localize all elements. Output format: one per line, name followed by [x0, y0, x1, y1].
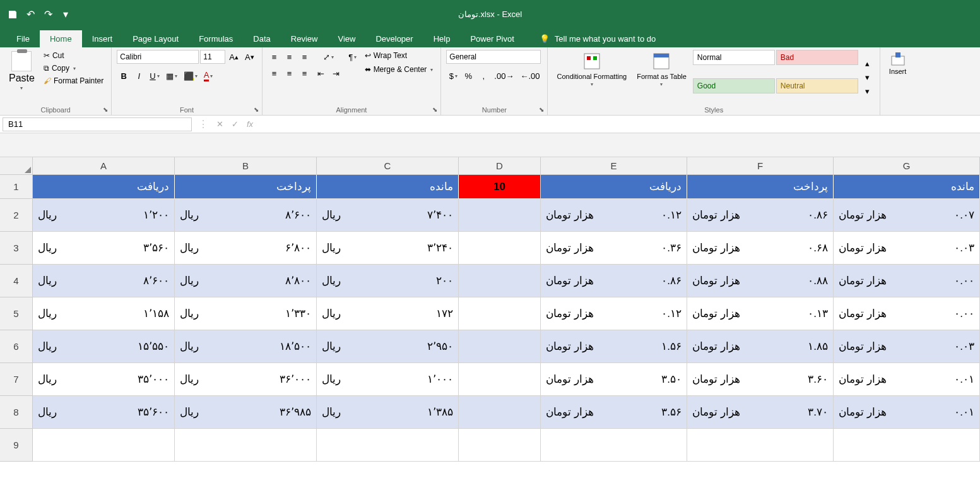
align-left-icon[interactable]: ≡: [268, 66, 281, 80]
row-header-7[interactable]: 7: [0, 363, 33, 396]
cell-D4[interactable]: [459, 265, 541, 297]
cell-E2[interactable]: ۰.۱۲هزار تومان: [541, 199, 687, 232]
tab-home[interactable]: Home: [40, 30, 82, 47]
cell-A5[interactable]: ۱٬۱۵۸ریال: [33, 297, 175, 330]
cell-C1[interactable]: مانده: [317, 175, 459, 199]
align-bottom-icon[interactable]: ≡: [298, 50, 312, 64]
styles-more-icon[interactable]: ▾: [861, 85, 875, 99]
align-middle-icon[interactable]: ≡: [283, 50, 297, 64]
cell-A1[interactable]: دریافت: [33, 175, 175, 199]
cell-A6[interactable]: ۱۵٬۵۵۰ریال: [33, 330, 175, 363]
qat-customize-icon[interactable]: ▾: [58, 7, 73, 22]
format-as-table-button[interactable]: Format as Table▾: [633, 50, 690, 105]
cell-E7[interactable]: ۳.۵۰هزار تومان: [541, 363, 687, 396]
cut-button[interactable]: ✂Cut: [41, 50, 106, 61]
tell-me-search[interactable]: 💡 Tell me what you want to do: [532, 30, 663, 47]
cell-E1[interactable]: دریافت: [541, 175, 687, 199]
copy-button[interactable]: ⧉Copy▾: [41, 63, 106, 74]
row-header-6[interactable]: 6: [0, 330, 33, 363]
increase-decimal-icon[interactable]: .00→: [492, 69, 516, 83]
column-header-F[interactable]: F: [687, 157, 834, 175]
styles-scroll-up-icon[interactable]: ▴: [861, 57, 875, 71]
number-format-select[interactable]: [446, 50, 541, 64]
cell-style-good[interactable]: Good: [693, 78, 775, 93]
cell-C7[interactable]: ۱٬۰۰۰ریال: [317, 363, 459, 396]
borders-button[interactable]: ▦: [163, 69, 180, 83]
conditional-formatting-button[interactable]: Conditional Formatting▾: [553, 50, 630, 105]
row-header-2[interactable]: 2: [0, 199, 33, 232]
cell-style-bad[interactable]: Bad: [776, 50, 858, 65]
column-header-A[interactable]: A: [33, 157, 175, 175]
save-icon[interactable]: [5, 7, 20, 22]
cell-C2[interactable]: ۷٬۴۰۰ریال: [317, 199, 459, 232]
cell-B9[interactable]: [175, 429, 317, 462]
clipboard-dialog-launcher[interactable]: ⬊: [101, 105, 110, 114]
cell-B4[interactable]: ۸٬۸۰۰ریال: [175, 265, 317, 297]
cell-E6[interactable]: ۱.۵۶هزار تومان: [541, 330, 687, 363]
cell-E8[interactable]: ۳.۵۶هزار تومان: [541, 396, 687, 429]
cell-F3[interactable]: ۰.۶۸هزار تومان: [687, 232, 834, 265]
paste-button[interactable]: Paste ▾: [5, 50, 38, 105]
cell-F6[interactable]: ۱.۸۵هزار تومان: [687, 330, 834, 363]
tab-review[interactable]: Review: [281, 30, 328, 47]
undo-icon[interactable]: ↶: [23, 7, 38, 22]
cell-style-neutral[interactable]: Neutral: [776, 78, 858, 93]
cell-A8[interactable]: ۳۵٬۶۰۰ریال: [33, 396, 175, 429]
cell-G4[interactable]: ۰.۰۰هزار تومان: [834, 265, 980, 297]
row-header-8[interactable]: 8: [0, 396, 33, 429]
increase-indent-icon[interactable]: ⇥: [329, 66, 343, 80]
font-color-button[interactable]: A: [201, 69, 216, 83]
tab-insert[interactable]: Insert: [82, 30, 123, 47]
select-all-corner[interactable]: [0, 157, 33, 175]
cell-B5[interactable]: ۱٬۳۳۰ریال: [175, 297, 317, 330]
decrease-indent-icon[interactable]: ⇤: [314, 66, 328, 80]
cell-B1[interactable]: پرداخت: [175, 175, 317, 199]
cell-F9[interactable]: [687, 429, 834, 462]
font-name-input[interactable]: [117, 50, 199, 64]
cell-F8[interactable]: ۳.۷۰هزار تومان: [687, 396, 834, 429]
cell-A4[interactable]: ۸٬۶۰۰ریال: [33, 265, 175, 297]
bold-button[interactable]: B: [117, 69, 131, 83]
row-header-4[interactable]: 4: [0, 265, 33, 297]
fill-color-button[interactable]: ⬛: [181, 69, 200, 83]
cell-A2[interactable]: ۱٬۲۰۰ریال: [33, 199, 175, 232]
tab-view[interactable]: View: [328, 30, 365, 47]
wrap-text-button[interactable]: ↩Wrap Text: [362, 50, 436, 61]
row-header-9[interactable]: 9: [0, 429, 33, 462]
redo-icon[interactable]: ↷: [40, 7, 56, 22]
merge-center-button[interactable]: ⬌Merge & Center▾: [362, 64, 436, 75]
cell-G3[interactable]: ۰.۰۳هزار تومان: [834, 232, 980, 265]
format-painter-button[interactable]: 🖌Format Painter: [41, 75, 106, 87]
tab-page-layout[interactable]: Page Layout: [122, 30, 189, 47]
decrease-decimal-icon[interactable]: ←.00: [517, 69, 542, 83]
align-center-icon[interactable]: ≡: [283, 66, 297, 80]
percent-format-icon[interactable]: %: [461, 69, 475, 83]
column-header-G[interactable]: G: [834, 157, 980, 175]
increase-font-icon[interactable]: A▴: [227, 50, 241, 64]
number-dialog-launcher[interactable]: ⬊: [537, 105, 546, 114]
cell-A3[interactable]: ۳٬۵۶۰ریال: [33, 232, 175, 265]
column-header-E[interactable]: E: [541, 157, 687, 175]
tab-power-pivot[interactable]: Power Pivot: [460, 30, 524, 47]
align-right-icon[interactable]: ≡: [298, 66, 312, 80]
cell-G5[interactable]: ۰.۰۰هزار تومان: [834, 297, 980, 330]
cell-E3[interactable]: ۰.۳۶هزار تومان: [541, 232, 687, 265]
font-size-input[interactable]: [200, 50, 225, 64]
tab-developer[interactable]: Developer: [365, 30, 423, 47]
cell-C4[interactable]: ۲۰۰ریال: [317, 265, 459, 297]
cell-D2[interactable]: [459, 199, 541, 232]
cell-G1[interactable]: مانده: [834, 175, 980, 199]
tab-data[interactable]: Data: [243, 30, 280, 47]
cell-D9[interactable]: [459, 429, 541, 462]
cell-E9[interactable]: [541, 429, 687, 462]
insert-cells-button[interactable]: Insert: [885, 50, 911, 115]
cell-B2[interactable]: ۸٬۶۰۰ریال: [175, 199, 317, 232]
cell-C3[interactable]: ۳٬۲۴۰ریال: [317, 232, 459, 265]
cell-C5[interactable]: ۱۷۲ریال: [317, 297, 459, 330]
cell-E4[interactable]: ۰.۸۶هزار تومان: [541, 265, 687, 297]
cell-A7[interactable]: ۳۵٬۰۰۰ریال: [33, 363, 175, 396]
tab-formulas[interactable]: Formulas: [189, 30, 243, 47]
cell-C6[interactable]: ۲٬۹۵۰ریال: [317, 330, 459, 363]
orientation-icon[interactable]: ⤢: [314, 50, 343, 64]
cell-B8[interactable]: ۳۶٬۹۸۵ریال: [175, 396, 317, 429]
